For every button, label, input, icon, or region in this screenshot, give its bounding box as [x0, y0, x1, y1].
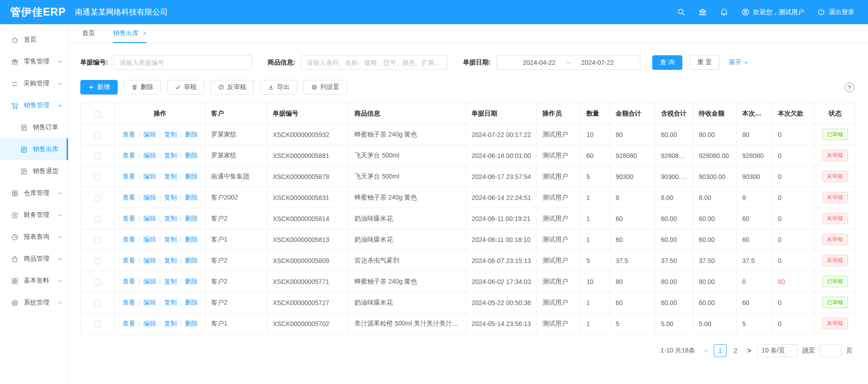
action-separator: | — [180, 236, 182, 243]
复制-link[interactable]: 复制 — [164, 152, 177, 159]
bill-no-input[interactable] — [114, 55, 252, 70]
row-checkbox[interactable] — [94, 153, 101, 159]
search-icon[interactable] — [677, 8, 686, 16]
help-icon[interactable]: ? — [845, 83, 854, 92]
action-separator: | — [180, 215, 182, 222]
sidebar-item-财务管理[interactable]: 财务管理 — [0, 204, 68, 226]
prev-page-button[interactable]: < — [703, 347, 709, 355]
编辑-link[interactable]: 编辑 — [143, 299, 156, 306]
product-info-input[interactable] — [301, 55, 447, 70]
logout-button[interactable]: 退出登录 — [817, 8, 854, 16]
查看-link[interactable]: 查看 — [122, 257, 135, 264]
删除-link[interactable]: 删除 — [185, 278, 198, 285]
next-page-button[interactable]: > — [747, 347, 753, 355]
row-checkbox[interactable] — [94, 132, 101, 138]
sidebar-item-零售管理[interactable]: 零售管理 — [0, 51, 68, 73]
sidebar-item-label: 财务管理 — [24, 211, 49, 219]
sidebar-item-首页[interactable]: 首页 — [0, 29, 68, 51]
编辑-link[interactable]: 编辑 — [143, 257, 156, 264]
tab-首页[interactable]: 首页 — [82, 24, 95, 43]
删除-link[interactable]: 删除 — [185, 194, 198, 201]
删除-link[interactable]: 删除 — [185, 236, 198, 243]
复制-link[interactable]: 复制 — [164, 194, 177, 201]
page-button-2[interactable]: 2 — [729, 344, 742, 357]
row-checkbox[interactable] — [94, 174, 101, 180]
row-checkbox[interactable] — [94, 300, 101, 306]
bell-icon[interactable] — [720, 8, 728, 16]
删除-button[interactable]: 删除 — [124, 80, 161, 95]
删除-link[interactable]: 删除 — [185, 131, 198, 138]
bank-icon[interactable] — [698, 8, 707, 16]
编辑-link[interactable]: 编辑 — [143, 194, 156, 201]
编辑-link[interactable]: 编辑 — [143, 320, 156, 327]
sidebar-item-采购管理[interactable]: 采购管理 — [0, 73, 68, 95]
删除-link[interactable]: 删除 — [185, 152, 198, 159]
编辑-link[interactable]: 编辑 — [143, 236, 156, 243]
sidebar-item-销售退货[interactable]: 销售退货 — [0, 160, 68, 182]
审核-button[interactable]: 审核 — [167, 80, 204, 95]
sidebar-item-报表查询[interactable]: 报表查询 — [0, 226, 68, 248]
row-checkbox[interactable] — [94, 237, 101, 243]
列设置-button[interactable]: 列设置 — [303, 80, 347, 95]
date-range-picker[interactable]: 2024-04-22 ~ 2024-07-22 — [496, 55, 640, 70]
新增-button[interactable]: 新增 — [80, 80, 118, 95]
删除-link[interactable]: 删除 — [185, 320, 198, 327]
查看-link[interactable]: 查看 — [122, 320, 135, 327]
tab-销售出库[interactable]: 销售出库× — [113, 24, 146, 43]
编辑-link[interactable]: 编辑 — [143, 278, 156, 285]
user-welcome[interactable]: 欢迎您，测试用户 — [741, 8, 804, 16]
编辑-link[interactable]: 编辑 — [143, 173, 156, 180]
查看-link[interactable]: 查看 — [122, 215, 135, 222]
page-button-1[interactable]: 1 — [714, 344, 727, 357]
删除-link[interactable]: 删除 — [185, 257, 198, 264]
sidebar-item-销售出库[interactable]: 销售出库 — [0, 138, 68, 160]
customer-cell: 客户2 — [205, 292, 267, 313]
row-checkbox[interactable] — [94, 195, 101, 201]
sidebar-item-仓库管理[interactable]: 仓库管理 — [0, 182, 68, 204]
查看-link[interactable]: 查看 — [122, 194, 135, 201]
查看-link[interactable]: 查看 — [122, 152, 135, 159]
close-icon[interactable]: × — [143, 30, 146, 37]
查看-link[interactable]: 查看 — [122, 131, 135, 138]
select-all-checkbox[interactable] — [94, 111, 101, 117]
row-checkbox[interactable] — [94, 321, 101, 327]
编辑-link[interactable]: 编辑 — [143, 131, 156, 138]
row-checkbox[interactable] — [94, 279, 101, 285]
row-checkbox[interactable] — [94, 216, 101, 222]
jump-page-input[interactable] — [820, 344, 842, 357]
sidebar-item-基本资料[interactable]: 基本资料 — [0, 270, 68, 292]
复制-link[interactable]: 复制 — [164, 131, 177, 138]
bill-no-cell: XSCK00000005813 — [267, 229, 348, 250]
复制-link[interactable]: 复制 — [164, 278, 177, 285]
编辑-link[interactable]: 编辑 — [143, 152, 156, 159]
bill-no-cell: XSCK00000005727 — [267, 292, 348, 313]
复制-link[interactable]: 复制 — [164, 236, 177, 243]
date-end[interactable]: 2024-07-22 — [581, 59, 614, 66]
expand-link[interactable]: 展开 — [729, 58, 748, 67]
复制-link[interactable]: 复制 — [164, 257, 177, 264]
删除-link[interactable]: 删除 — [185, 215, 198, 222]
page-size-select[interactable]: 10 条/页 — [757, 344, 798, 357]
date-start[interactable]: 2024-04-22 — [523, 59, 556, 66]
反审核-button[interactable]: 反审核 — [210, 80, 254, 95]
sidebar-item-销售订单[interactable]: 销售订单 — [0, 116, 68, 138]
row-checkbox[interactable] — [94, 258, 101, 264]
sidebar-item-销售管理[interactable]: 销售管理 — [0, 95, 68, 116]
查看-link[interactable]: 查看 — [122, 236, 135, 243]
复制-link[interactable]: 复制 — [164, 173, 177, 180]
reset-button[interactable]: 重 置 — [690, 55, 720, 70]
复制-link[interactable]: 复制 — [164, 320, 177, 327]
sidebar-item-系统管理[interactable]: 系统管理 — [0, 292, 68, 314]
search-button[interactable]: 查 询 — [652, 55, 682, 70]
amount-cell: 60 — [610, 292, 655, 313]
查看-link[interactable]: 查看 — [122, 299, 135, 306]
复制-link[interactable]: 复制 — [164, 299, 177, 306]
复制-link[interactable]: 复制 — [164, 215, 177, 222]
sidebar-item-商品管理[interactable]: 商品管理 — [0, 248, 68, 270]
导出-button[interactable]: 导出 — [260, 80, 297, 95]
查看-link[interactable]: 查看 — [122, 173, 135, 180]
编辑-link[interactable]: 编辑 — [143, 215, 156, 222]
删除-link[interactable]: 删除 — [185, 299, 198, 306]
删除-link[interactable]: 删除 — [185, 173, 198, 180]
查看-link[interactable]: 查看 — [122, 278, 135, 285]
